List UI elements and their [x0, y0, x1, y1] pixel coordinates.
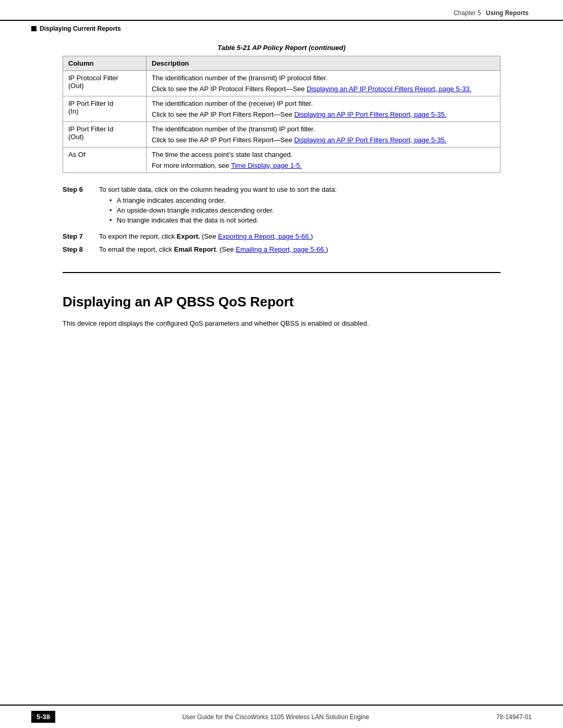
footer-left: 5-38 [31, 711, 55, 723]
link-ip-protocol-filter[interactable]: Displaying an AP IP Protocol Filters Rep… [307, 85, 471, 93]
step-7-label: Step 7 [63, 232, 99, 240]
table-row: IP Port Filter Id(Out) The identificatio… [63, 122, 500, 147]
bullet-no-triangle: No triangle indicates that the data is n… [109, 216, 500, 224]
bullet-descending: An upside-down triangle indicates descen… [109, 206, 500, 214]
cell-column-4: As Of [63, 147, 146, 173]
ap-policy-table: Column Description IP Protocol Filter(Ou… [63, 56, 500, 173]
desc-text-2a: The identification number of the (receiv… [152, 100, 495, 107]
step-6-bullets: A triangle indicates ascending order. An… [109, 196, 500, 224]
header-chapter: Chapter 5 Using Reports [454, 9, 532, 17]
cell-column-3: IP Port Filter Id(Out) [63, 122, 146, 147]
chapter-label: Chapter 5 [454, 9, 481, 17]
table-title: Table 5-21 AP Policy Report (continued) [63, 44, 500, 52]
footer-right-text: 78-14947-01 [496, 713, 532, 721]
section-body: This device report displays the configur… [63, 318, 417, 329]
desc-text-3a: The identification number of the (transm… [152, 125, 495, 133]
col-header-column: Column [63, 56, 146, 71]
step-7-content: To export the report, click Export. (See… [99, 232, 500, 240]
link-time-display[interactable]: Time Display, page 1-5. [231, 162, 302, 169]
desc-text-1b: Click to see the AP IP Protocol Filters … [152, 85, 495, 93]
page-content: Table 5-21 AP Policy Report (continued) … [0, 39, 563, 705]
breadcrumb-text: Displaying Current Reports [40, 25, 121, 32]
cell-desc-3: The identification number of the (transm… [146, 122, 500, 147]
cell-column-1: IP Protocol Filter(Out) [63, 71, 146, 96]
link-ip-port-filter-out[interactable]: Displaying an AP IP Port Filters Report,… [294, 136, 446, 144]
col-header-description: Description [146, 56, 500, 71]
page-footer: 5-38 User Guide for the CiscoWorks 1105 … [0, 705, 563, 728]
link-ip-port-filter-in[interactable]: Displaying an AP IP Port Filters Report,… [294, 110, 446, 118]
section-heading: Displaying an AP QBSS QoS Report [63, 294, 500, 310]
step-8-label: Step 8 [63, 245, 99, 253]
link-emailing-report[interactable]: Emailing a Report, page 5-66. [236, 245, 326, 253]
cell-desc-2: The identification number of the (receiv… [146, 96, 500, 122]
step-6-label: Step 6 [63, 186, 99, 193]
table-row: IP Protocol Filter(Out) The identificati… [63, 71, 500, 96]
desc-text-4a: The time the access point’s state last c… [152, 151, 495, 158]
breadcrumb-icon [31, 26, 36, 31]
footer-center-text: User Guide for the CiscoWorks 1105 Wirel… [66, 713, 486, 721]
link-exporting-report[interactable]: Exporting a Report, page 5-66. [218, 232, 311, 240]
cell-desc-4: The time the access point’s state last c… [146, 147, 500, 173]
steps-section: Step 6 To sort table data, click on the … [63, 186, 500, 253]
step-6-row: Step 6 To sort table data, click on the … [63, 186, 500, 227]
step-6-content: To sort table data, click on the column … [99, 186, 500, 227]
desc-text-3b: Click to see the AP IP Port Filters Repo… [152, 136, 495, 144]
table-row: As Of The time the access point’s state … [63, 147, 500, 173]
chapter-title: Using Reports [486, 9, 529, 17]
desc-text-1a: The identification number of the (transm… [152, 74, 495, 82]
step-8-content: To email the report, click Email Report.… [99, 245, 500, 253]
table-row: IP Port Filter Id(In) The identification… [63, 96, 500, 122]
page-subheader: Displaying Current Reports [0, 23, 563, 39]
step-7-bold: Export. [177, 232, 200, 240]
step-6-text: To sort table data, click on the column … [99, 186, 337, 193]
desc-text-2b: Click to see the AP IP Port Filters Repo… [152, 110, 495, 118]
cell-column-2: IP Port Filter Id(In) [63, 96, 146, 122]
cell-desc-1: The identification number of the (transm… [146, 71, 500, 96]
step-8-row: Step 8 To email the report, click Email … [63, 245, 500, 253]
page-wrapper: Chapter 5 Using Reports Displaying Curre… [0, 0, 563, 728]
page-header: Chapter 5 Using Reports [0, 0, 563, 21]
bullet-ascending: A triangle indicates ascending order. [109, 196, 500, 204]
step-7-row: Step 7 To export the report, click Expor… [63, 232, 500, 240]
page-number: 5-38 [31, 711, 55, 723]
section-divider [63, 272, 500, 273]
step-8-bold: Email Report [174, 245, 216, 253]
desc-text-4b: For more information, see Time Display, … [152, 162, 495, 169]
